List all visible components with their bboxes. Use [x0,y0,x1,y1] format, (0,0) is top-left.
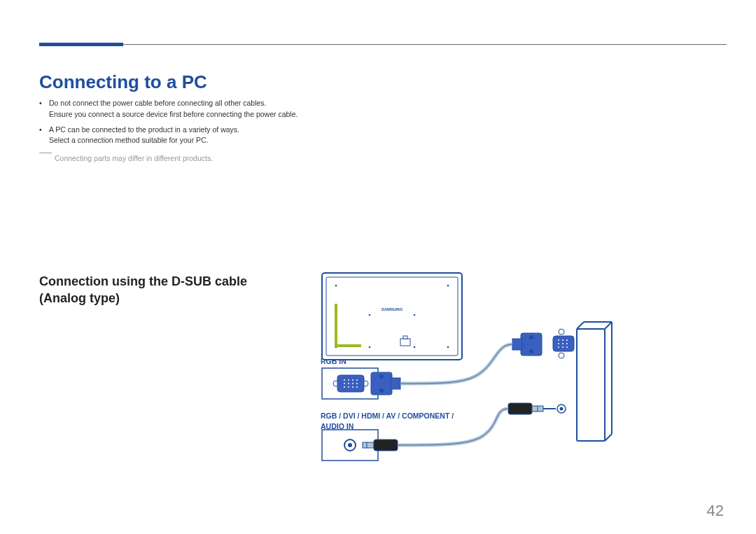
svg-point-28 [566,346,568,348]
svg-point-44 [356,386,358,388]
svg-point-7 [414,314,416,316]
svg-point-40 [356,383,358,384]
svg-point-18 [559,329,564,335]
section-title: Connecting to a PC [39,71,207,93]
svg-point-33 [344,379,345,381]
svg-point-2 [335,285,337,287]
svg-point-21 [562,339,564,341]
svg-point-23 [558,343,559,344]
svg-point-46 [379,374,384,379]
connection-diagram: SAMSUNG [321,272,615,475]
svg-point-27 [562,346,564,348]
header-accent-bar [39,43,123,46]
svg-point-19 [559,353,564,358]
svg-point-5 [447,346,449,349]
svg-rect-58 [508,403,532,414]
svg-point-22 [566,339,568,341]
svg-point-24 [562,343,564,344]
samsung-logo: SAMSUNG [382,307,403,311]
svg-point-26 [558,346,559,348]
svg-line-15 [605,434,612,441]
footnote-text: Connecting parts may differ in different… [39,154,213,162]
subsection-title: Connection using the D-SUB cable (Analog… [39,273,270,307]
bullet-item: • A PC can be connected to the product i… [39,125,340,147]
svg-point-38 [348,383,349,384]
svg-point-3 [447,285,449,287]
svg-rect-11 [403,336,407,339]
bullet-text: Do not connect the power cable before co… [49,98,298,120]
vga-connector-left-icon [371,372,400,395]
bullet-item: • Do not connect the power cable before … [39,98,340,120]
svg-point-51 [529,349,533,353]
svg-rect-1 [326,277,458,356]
svg-point-47 [379,388,384,393]
svg-point-41 [344,386,345,388]
page-number: 42 [707,502,724,520]
svg-rect-55 [363,442,374,448]
header-divider [39,44,727,45]
svg-point-6 [369,314,371,316]
bullet-dot-icon: • [39,98,49,120]
svg-rect-12 [577,329,605,441]
bullet-dot-icon: • [39,125,49,147]
svg-line-13 [577,322,584,329]
svg-point-29 [560,407,564,411]
svg-rect-48 [391,378,400,389]
svg-rect-10 [400,339,410,346]
vga-connector-right-icon [512,333,542,356]
display-vga-port-icon [333,375,368,392]
svg-rect-52 [512,339,522,350]
pc-vga-port-icon [553,329,574,358]
bullet-list: • Do not connect the power cable before … [39,98,340,150]
svg-point-35 [352,379,354,381]
svg-point-37 [344,383,345,384]
svg-point-20 [558,339,559,341]
svg-point-25 [566,343,568,344]
svg-point-39 [352,383,354,384]
svg-point-9 [414,346,416,349]
bullet-text: A PC can be connected to the product in … [49,125,239,147]
audio-plug-right-icon [508,403,556,414]
svg-point-34 [348,379,349,381]
footnote-dash-icon [39,153,52,153]
svg-point-50 [529,335,533,339]
svg-line-14 [605,322,612,329]
svg-rect-56 [374,440,398,451]
svg-point-42 [348,386,349,388]
svg-point-43 [352,386,354,388]
svg-point-36 [356,379,358,381]
svg-point-8 [369,346,371,349]
svg-point-54 [348,443,352,447]
